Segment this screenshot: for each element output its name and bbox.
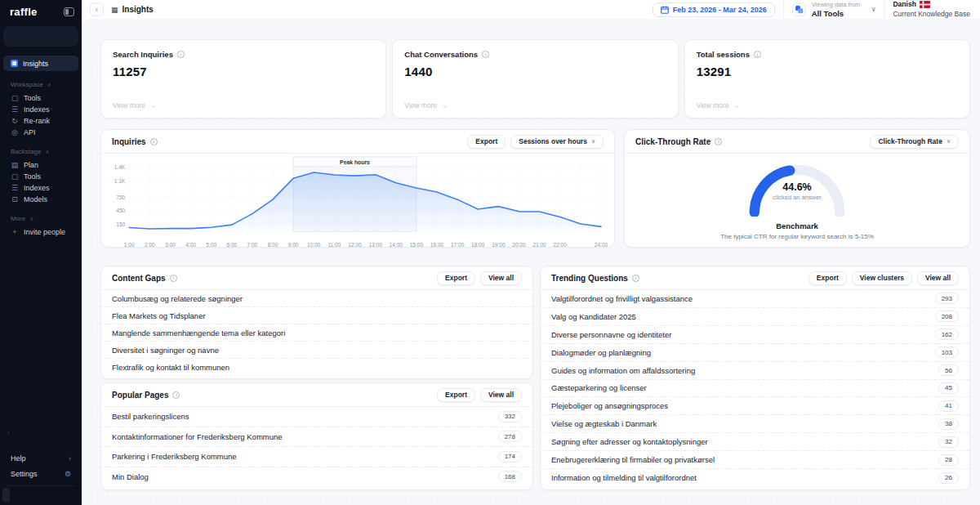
trending-question-item[interactable]: Søgning efter adresser og kontaktoplysni… bbox=[541, 433, 969, 451]
svg-text:24:00: 24:00 bbox=[595, 242, 608, 248]
sidebar-item[interactable]: ◎ API bbox=[3, 127, 78, 138]
data-scope-selector[interactable]: Viewing data from All Tools ∨ bbox=[792, 1, 876, 18]
svg-text:6:00: 6:00 bbox=[226, 242, 237, 248]
scope-label: Viewing data from bbox=[812, 1, 861, 8]
ctr-body: 44.6% clicked an answer Benchmark The ty… bbox=[625, 154, 969, 247]
count-badge: 28 bbox=[938, 454, 959, 466]
svg-text:10:00: 10:00 bbox=[307, 242, 321, 248]
export-button[interactable]: Export bbox=[808, 271, 847, 285]
svg-text:18:00: 18:00 bbox=[471, 242, 485, 248]
export-button[interactable]: Export bbox=[467, 135, 506, 149]
sidebar-item[interactable]: ▢ Tools bbox=[3, 92, 78, 104]
sidebar-section-title[interactable]: Backstage ∧ bbox=[0, 148, 82, 155]
trending-question-item[interactable]: Diverse personnavne og identiteter 162 bbox=[541, 326, 969, 344]
chevron-up-icon: ∧ bbox=[45, 149, 49, 155]
info-icon: i bbox=[150, 138, 158, 145]
trending-question-item[interactable]: Plejeboliger og ansøgningsproces 41 bbox=[541, 397, 969, 415]
sidebar-item-insights[interactable]: Insights bbox=[3, 56, 78, 71]
sidebar-item-invite-people[interactable]: + Invite people bbox=[3, 226, 78, 238]
svg-text:8:00: 8:00 bbox=[268, 242, 278, 248]
trending-question-label: Vielse og ægteskab i Danmark bbox=[551, 419, 657, 428]
indexes-icon: ☰ bbox=[11, 185, 19, 192]
count-badge: 278 bbox=[498, 431, 522, 442]
stat-card: Chat Conversations i 1440 View more → bbox=[392, 39, 678, 118]
content-gap-item[interactable]: Columbusæg og relaterede søgninger bbox=[101, 290, 532, 307]
trending-question-item[interactable]: Valg og Kandidater 2025 208 bbox=[541, 308, 969, 326]
content-gap-item[interactable]: Flea Markets og Tidsplaner bbox=[101, 307, 532, 324]
trending-question-item[interactable]: Valgtilforordnet og frivilligt valgassis… bbox=[541, 290, 969, 308]
ctr-card: Click-Through Rate i Click-Through Rate∨… bbox=[624, 129, 970, 248]
sidebar-item[interactable]: ↻ Re-rank bbox=[3, 115, 78, 127]
view-all-button[interactable]: View all bbox=[480, 388, 522, 402]
view-more-label: View more bbox=[113, 101, 145, 109]
popular-page-item[interactable]: Kontaktinformationer for Frederiksberg K… bbox=[101, 427, 532, 448]
view-more-link[interactable]: View more → bbox=[404, 101, 448, 109]
svg-text:13:00: 13:00 bbox=[368, 242, 382, 248]
stat-title: Chat Conversations bbox=[404, 50, 478, 59]
svg-text:22:00: 22:00 bbox=[554, 242, 568, 248]
api-icon: ◎ bbox=[11, 129, 19, 136]
sidebar-item-label: API bbox=[24, 128, 36, 136]
sidebar-section-items: + Invite people bbox=[0, 226, 82, 238]
inquiries-title: Inquiries bbox=[112, 137, 146, 146]
popular-page-item[interactable]: Bestil parkeringslicens 332 bbox=[101, 407, 532, 427]
section-title-label: Backstage bbox=[11, 148, 41, 155]
svg-text:7:00: 7:00 bbox=[247, 242, 258, 248]
avatar[interactable] bbox=[2, 488, 10, 503]
svg-text:450: 450 bbox=[116, 208, 125, 213]
trending-question-item[interactable]: Dialogmøder og planlægning 103 bbox=[541, 344, 969, 362]
info-icon: i bbox=[170, 275, 177, 282]
sidebar-collapse-icon[interactable] bbox=[64, 7, 74, 16]
sidebar-item[interactable]: ☰ Indexes bbox=[3, 104, 78, 115]
arrow-right-icon: → bbox=[149, 101, 156, 109]
date-range-button[interactable]: Feb 23, 2026 - Mar 24, 2026 bbox=[653, 2, 775, 17]
sidebar-back-icon[interactable]: ‹ bbox=[7, 428, 10, 436]
export-button[interactable]: Export bbox=[437, 271, 475, 285]
content-gaps-card: Content Gaps i Export View all Columbusæ… bbox=[100, 266, 533, 379]
view-all-button[interactable]: View all bbox=[480, 271, 522, 285]
inquiries-chart: Peak hours1504507501.1K1.4K1:002:003:004… bbox=[101, 154, 614, 252]
view-clusters-button[interactable]: View clusters bbox=[852, 271, 912, 285]
sidebar-section-title[interactable]: More ∧ bbox=[0, 215, 82, 222]
workspace-selector[interactable] bbox=[3, 26, 78, 47]
sidebar-item-label: Indexes bbox=[24, 184, 50, 192]
stat-title: Total sessions bbox=[697, 50, 750, 59]
view-all-button[interactable]: View all bbox=[917, 271, 959, 285]
raffle-logo: raffle bbox=[10, 6, 38, 18]
sessions-over-hours-dropdown[interactable]: Sessions over hours∨ bbox=[510, 135, 604, 149]
svg-text:750: 750 bbox=[116, 194, 125, 200]
trending-question-item[interactable]: Vielse og ægteskab i Danmark 38 bbox=[541, 415, 969, 433]
sidebar-item[interactable]: ⊡ Models bbox=[3, 194, 78, 205]
content-gaps-list: Columbusæg og relaterede søgninger Flea … bbox=[101, 290, 532, 378]
view-more-link[interactable]: View more → bbox=[697, 101, 740, 109]
sidebar-item[interactable]: ▤ Plan bbox=[3, 159, 78, 171]
knowledge-base-selector[interactable]: Danish Current Knowledge Base bbox=[893, 0, 973, 19]
popular-page-item[interactable]: Parkering i Frederiksberg Kommune 174 bbox=[101, 447, 532, 467]
chevron-up-icon: ∧ bbox=[29, 216, 33, 222]
back-button[interactable]: ‹ bbox=[90, 2, 104, 16]
sidebar-item-settings[interactable]: Settings ⚙ bbox=[0, 466, 82, 481]
popular-pages-list: Bestil parkeringslicens 332 Kontaktinfor… bbox=[101, 407, 532, 489]
ctr-sub-label: clicked an answer bbox=[736, 194, 858, 201]
sidebar-item[interactable]: ☰ Indexes bbox=[3, 182, 78, 194]
trending-question-item[interactable]: Enebrugererklæring til firmabiler og pri… bbox=[541, 451, 969, 469]
stat-card: Search Inquiries i 11257 View more → bbox=[100, 39, 386, 118]
content-gap-item[interactable]: Manglende sammenhængende tema eller kate… bbox=[101, 324, 532, 342]
trending-question-item[interactable]: Guides og information om affaldssorterin… bbox=[541, 362, 969, 380]
export-button[interactable]: Export bbox=[437, 388, 475, 402]
trending-question-item[interactable]: Information og tilmelding til valgtilfor… bbox=[541, 469, 969, 486]
sidebar-item-help[interactable]: Help › bbox=[0, 450, 82, 466]
content-gap-item[interactable]: Flextrafik og kontakt til kommunen bbox=[101, 359, 532, 375]
content-gap-item[interactable]: Diversitet i søgninger og navne bbox=[101, 342, 532, 359]
trending-question-item[interactable]: Gæsteparkering og licenser 45 bbox=[541, 380, 969, 398]
popular-page-item[interactable]: Min Dialog 168 bbox=[101, 467, 532, 487]
knowledge-base-label: Current Knowledge Base bbox=[893, 10, 970, 20]
models-icon: ⊡ bbox=[11, 196, 19, 203]
ctr-metric-dropdown[interactable]: Click-Through Rate∨ bbox=[870, 135, 959, 149]
count-badge: 41 bbox=[938, 400, 959, 412]
view-more-link[interactable]: View more → bbox=[113, 101, 156, 109]
trending-questions-card: Trending Questions i Export View cluster… bbox=[540, 266, 970, 490]
topbar: ‹ ▦ Insights Feb 23, 2026 - Mar 24, 2026… bbox=[82, 0, 980, 19]
sidebar-item[interactable]: ▢ Tools bbox=[3, 171, 78, 182]
sidebar-section-title[interactable]: Workspace ∧ bbox=[0, 81, 82, 88]
